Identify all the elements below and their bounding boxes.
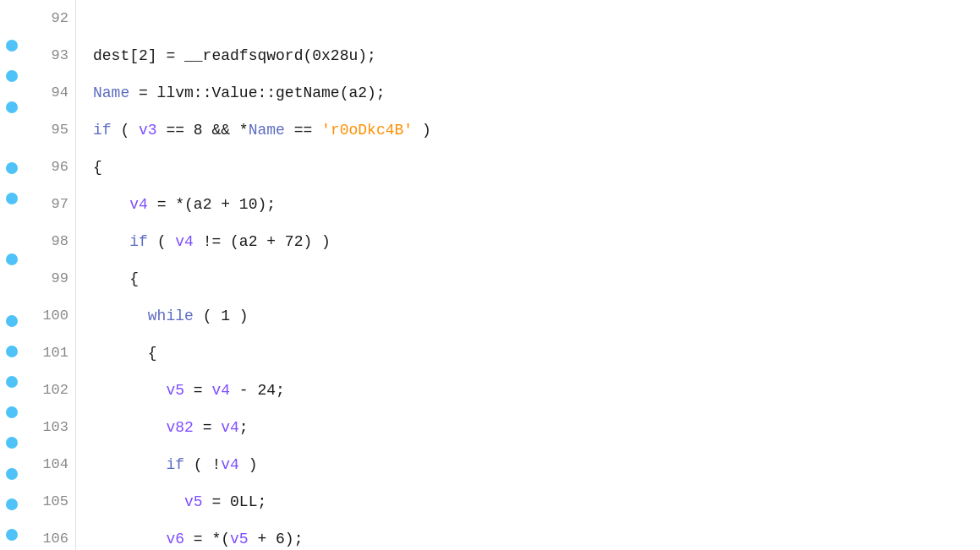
- token-plain: {: [93, 335, 157, 372]
- dot-cell: [0, 61, 24, 91]
- token-var: v4: [221, 409, 239, 446]
- token-plain: != (a2 + 72) ): [194, 223, 331, 260]
- token-plain: dest[2] = __readfsqword(0x28u);: [93, 37, 376, 74]
- code-line: if ( v4 != (a2 + 72) ): [93, 223, 980, 260]
- token-plain: = *(a2 + 10);: [148, 186, 276, 223]
- code-line: dest[2] = __readfsqword(0x28u);: [93, 37, 980, 74]
- token-var: v5: [230, 520, 249, 550]
- breakpoint-dot[interactable]: [6, 468, 18, 480]
- breakpoint-dot[interactable]: [6, 529, 18, 541]
- breakpoint-dot[interactable]: [6, 253, 18, 265]
- dot-cell: [0, 0, 24, 30]
- token-var: v4: [129, 186, 148, 223]
- token-plain: [93, 446, 166, 483]
- token-kw: if: [166, 446, 184, 483]
- line-number: 97: [52, 186, 68, 223]
- token-plain: ( 1 ): [194, 297, 249, 335]
- token-plain: ): [239, 446, 258, 483]
- token-plain: [93, 297, 148, 335]
- token-plain: - 24;: [230, 372, 285, 409]
- code-line: {: [93, 335, 980, 372]
- line-number: 99: [52, 260, 68, 297]
- token-plain: + 6);: [249, 520, 304, 550]
- token-plain: [93, 223, 129, 260]
- dot-cell: [0, 306, 24, 336]
- token-var: v5: [184, 483, 203, 520]
- token-kw: if: [93, 112, 112, 149]
- line-number: 96: [52, 149, 68, 186]
- dot-cell: [0, 153, 24, 183]
- token-plain: == 8 && *: [157, 112, 249, 149]
- code-line: Name = llvm::Value::getName(a2);: [93, 74, 980, 112]
- token-name-blue: Name: [93, 74, 129, 112]
- dot-cell: [0, 520, 24, 550]
- dot-cell: [0, 459, 24, 489]
- code-line: if ( v3 == 8 && *Name == 'r0oDkc4B' ): [93, 112, 980, 149]
- breakpoint-dot[interactable]: [6, 406, 18, 418]
- token-var: v5: [166, 372, 184, 409]
- token-plain: [93, 483, 184, 520]
- line-number: 92: [52, 0, 68, 37]
- dot-cell: [0, 244, 24, 275]
- dot-cell: [0, 92, 24, 123]
- code-line: [93, 0, 980, 37]
- token-plain: ): [413, 112, 431, 149]
- line-number: 102: [42, 372, 68, 409]
- token-plain: [93, 520, 166, 550]
- line-number: 95: [52, 112, 68, 149]
- dot-column: [0, 0, 24, 550]
- breakpoint-dot[interactable]: [6, 162, 18, 174]
- line-number: 103: [42, 409, 68, 446]
- code-line: while ( 1 ): [93, 297, 980, 335]
- dot-cell: [0, 489, 24, 520]
- token-plain: (: [148, 223, 175, 260]
- breakpoint-dot[interactable]: [6, 315, 18, 327]
- gutter: 9293949596979899100101102103104105106107…: [0, 0, 76, 550]
- token-var: v4: [175, 223, 194, 260]
- token-var: v82: [166, 409, 193, 446]
- token-plain: =: [184, 372, 211, 409]
- dot-cell: [0, 427, 24, 458]
- breakpoint-dot[interactable]: [6, 498, 18, 510]
- dot-cell: [0, 275, 24, 306]
- dot-cell: [0, 397, 24, 427]
- token-plain: {: [93, 149, 102, 186]
- token-plain: [93, 409, 166, 446]
- token-plain: (: [112, 112, 139, 149]
- code-line: {: [93, 260, 980, 297]
- code-line: v82 = v4;: [93, 409, 980, 446]
- code-line: v5 = v4 - 24;: [93, 372, 980, 409]
- code-line: {: [93, 149, 980, 186]
- line-number: 98: [52, 223, 68, 260]
- token-var: v6: [166, 520, 184, 550]
- token-plain: ==: [285, 112, 321, 149]
- breakpoint-dot[interactable]: [6, 346, 18, 357]
- token-plain: {: [93, 260, 139, 297]
- token-str: 'r0oDkc4B': [321, 112, 413, 149]
- token-plain: [93, 372, 166, 409]
- code-line: v5 = 0LL;: [93, 483, 980, 520]
- breakpoint-dot[interactable]: [6, 70, 18, 82]
- breakpoint-dot[interactable]: [6, 193, 18, 204]
- dot-cell: [0, 30, 24, 61]
- token-plain: = *(: [184, 520, 230, 550]
- token-plain: ;: [239, 409, 249, 446]
- token-plain: = llvm::Value::getName(a2);: [129, 74, 385, 112]
- dot-cell: [0, 183, 24, 214]
- token-name-blue: Name: [249, 112, 285, 149]
- code-editor: 9293949596979899100101102103104105106107…: [0, 0, 980, 550]
- code-line: if ( !v4 ): [93, 446, 980, 483]
- dot-cell: [0, 123, 24, 153]
- breakpoint-dot[interactable]: [6, 40, 18, 52]
- dot-cell: [0, 367, 24, 397]
- line-number: 106: [42, 520, 68, 550]
- code-line: v6 = *(v5 + 6);: [93, 520, 980, 550]
- token-plain: [93, 186, 129, 223]
- breakpoint-dot[interactable]: [6, 376, 18, 388]
- line-number: 94: [52, 74, 68, 112]
- breakpoint-dot[interactable]: [6, 101, 18, 113]
- line-number: 100: [42, 297, 68, 335]
- token-kw: while: [148, 297, 194, 335]
- breakpoint-dot[interactable]: [6, 437, 18, 449]
- line-numbers: 9293949596979899100101102103104105106107…: [24, 0, 75, 550]
